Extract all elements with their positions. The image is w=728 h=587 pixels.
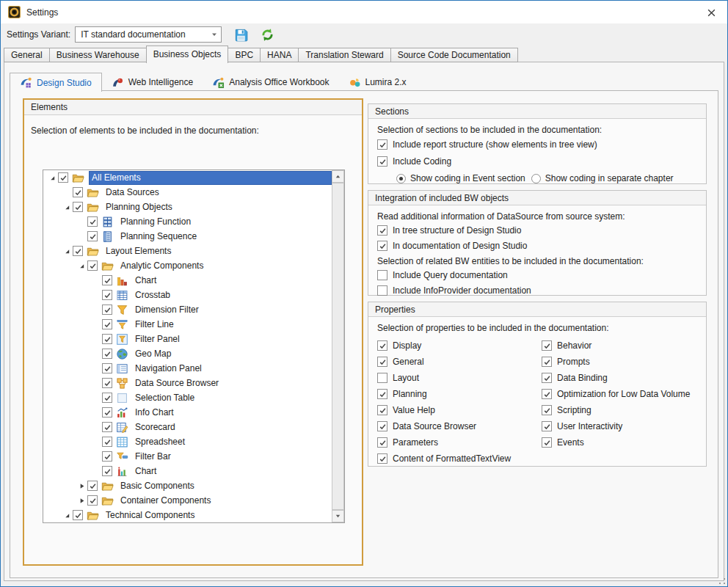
tree-item[interactable]: Planning Sequence [43, 229, 332, 244]
tree-checkbox[interactable] [102, 319, 112, 329]
resize-grip[interactable] [718, 577, 726, 585]
tree-item[interactable]: Scorecard [43, 420, 332, 434]
checkbox-include-coding[interactable] [377, 156, 387, 167]
checkbox-layout[interactable] [377, 373, 387, 383]
tree-item[interactable]: Filter Bar [43, 449, 332, 464]
tree-checkbox[interactable] [102, 422, 112, 432]
subtab-lumira-2-x[interactable]: Lumira 2.x [339, 73, 416, 91]
scrollbar-thumb[interactable] [332, 183, 344, 510]
checkbox-optimization-for-low-data-volume[interactable] [542, 389, 552, 399]
checkbox-events[interactable] [542, 437, 552, 448]
tree-item[interactable]: Chart [43, 273, 332, 288]
checkbox-behavior[interactable] [542, 340, 552, 351]
tree-item[interactable]: Navigation Panel [43, 361, 332, 376]
checkbox-content-of-formattedtextview[interactable] [377, 453, 387, 464]
tree-item-label[interactable]: Planning Sequence [118, 230, 199, 242]
tree-checkbox[interactable] [73, 246, 83, 256]
tab-hana[interactable]: HANA [260, 48, 299, 62]
tree-item-label[interactable]: Filter Panel [133, 333, 182, 345]
tree-checkbox[interactable] [58, 172, 68, 183]
subtab-web-intelligence[interactable]: Web Intelligence [102, 73, 203, 91]
tree-item[interactable]: Planning Objects [43, 200, 332, 214]
tree-item-label[interactable]: Chart [133, 465, 159, 477]
tree-checkbox[interactable] [102, 407, 112, 418]
tree-checkbox[interactable] [102, 378, 112, 388]
tree-checkbox[interactable] [73, 202, 83, 212]
checkbox-include-infoprovider-documentation[interactable] [377, 285, 387, 296]
radio-button[interactable] [396, 174, 406, 183]
tree-item-label[interactable]: Filter Bar [133, 451, 173, 462]
subtab-design-studio[interactable]: Design Studio [10, 73, 102, 92]
checkbox-value-help[interactable] [377, 405, 387, 415]
tree-item-label[interactable]: Spreadsheet [133, 436, 187, 448]
checkbox-include-query-documentation[interactable] [377, 270, 387, 280]
tree-item-label[interactable]: Technical Components [103, 509, 197, 521]
tree-item[interactable]: Filter Panel [43, 332, 332, 346]
tree-checkbox[interactable] [102, 363, 112, 373]
tree-item-label-selected[interactable]: All Elements [89, 171, 332, 185]
subtab-analysis-office-workbook[interactable]: Analysis Office Workbook [203, 73, 338, 91]
tree-item-label[interactable]: Crosstab [133, 289, 172, 301]
tree-checkbox[interactable] [102, 437, 112, 447]
tree-checkbox[interactable] [87, 216, 98, 227]
tree-item[interactable]: Crosstab [43, 288, 332, 302]
tree-checkbox[interactable] [102, 275, 112, 285]
tab-bpc[interactable]: BPC [228, 48, 261, 62]
expander-expanded-icon[interactable] [46, 172, 58, 183]
tree-item-label[interactable]: Basic Components [118, 480, 197, 492]
tree-item-label[interactable]: Info Chart [133, 406, 176, 418]
tab-translation-steward[interactable]: Translation Steward [298, 48, 390, 62]
tab-business-objects[interactable]: Business Objects [146, 45, 229, 63]
expander-expanded-icon[interactable] [76, 260, 87, 271]
tree-item[interactable]: Planning Function [43, 214, 332, 229]
checkbox-display[interactable] [377, 340, 387, 351]
tree-item[interactable]: Data Source Browser [43, 376, 332, 390]
tree-item[interactable]: Geo Map [43, 346, 332, 361]
tree-checkbox[interactable] [87, 260, 98, 271]
tree-checkbox[interactable] [102, 349, 112, 359]
checkbox-data-source-browser[interactable] [377, 421, 387, 431]
checkbox-data-binding[interactable] [542, 373, 552, 383]
tree-item[interactable]: Info Chart [43, 405, 332, 420]
checkbox-scripting[interactable] [542, 405, 552, 415]
radio-button[interactable] [531, 174, 541, 183]
tree-item[interactable]: Container Components [43, 493, 332, 508]
tree-item-label[interactable]: Data Sources [103, 186, 161, 198]
tree-item-label[interactable]: Filter Line [133, 318, 176, 330]
tree-item-label[interactable]: Navigation Panel [133, 362, 204, 374]
tree-item[interactable]: Technical Components [43, 508, 332, 522]
radio-show-coding-in-separate-chapter[interactable]: Show coding in separate chapter [531, 173, 674, 183]
checkbox-general[interactable] [377, 357, 387, 367]
scroll-down-icon[interactable] [332, 510, 344, 522]
tree-item-label[interactable]: Chart [133, 274, 159, 286]
tree-item[interactable]: Dimension Filter [43, 302, 332, 317]
tree-checkbox[interactable] [102, 466, 112, 476]
tree-item-label[interactable]: Planning Function [118, 216, 193, 227]
tree-item[interactable]: Filter Line [43, 317, 332, 332]
tree-item[interactable]: Analytic Components [43, 258, 332, 273]
checkbox-prompts[interactable] [542, 357, 552, 367]
expander-collapsed-icon[interactable] [76, 495, 87, 506]
expander-expanded-icon[interactable] [61, 245, 73, 257]
close-button[interactable] [699, 3, 723, 22]
tree-checkbox[interactable] [102, 393, 112, 403]
tree-item[interactable]: Chart [43, 464, 332, 478]
tree-checkbox[interactable] [87, 481, 98, 491]
tab-source-code-documentation[interactable]: Source Code Documentation [390, 48, 518, 62]
tree-item[interactable]: Basic Components [43, 478, 332, 493]
tree-item-label[interactable]: Analytic Components [118, 260, 205, 271]
checkbox-include-report-structure-show-elements-in-tree-view[interactable] [377, 139, 387, 150]
tree-item-label[interactable]: Scorecard [133, 421, 178, 433]
tree-checkbox[interactable] [102, 305, 112, 315]
checkbox-parameters[interactable] [377, 437, 387, 448]
refresh-button[interactable] [261, 28, 274, 42]
tree-checkbox[interactable] [102, 290, 112, 300]
settings-variant-dropdown[interactable]: IT standard documentation [75, 26, 222, 43]
tree-item-label[interactable]: Planning Objects [103, 201, 175, 213]
tree-item-label[interactable]: Container Components [118, 495, 213, 506]
tree-item[interactable]: Spreadsheet [43, 434, 332, 449]
expander-expanded-icon[interactable] [61, 201, 73, 213]
tree-checkbox[interactable] [102, 451, 112, 462]
checkbox-planning[interactable] [377, 389, 387, 399]
tree-item-label[interactable]: Layout Elements [103, 245, 173, 257]
